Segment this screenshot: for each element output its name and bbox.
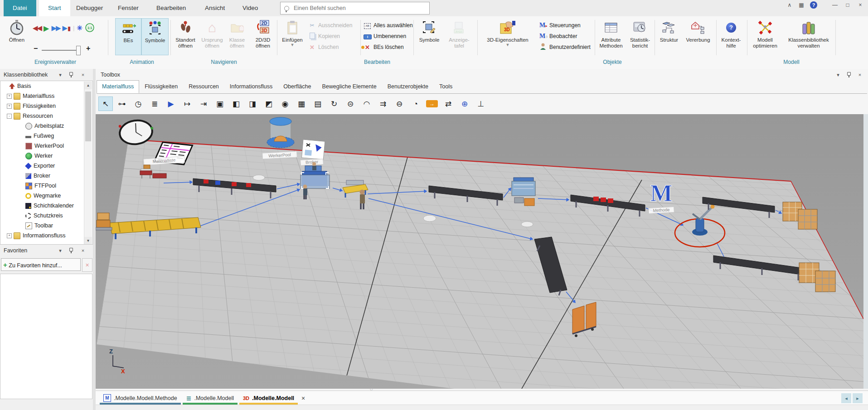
menu-datei[interactable]: Datei — [4, 0, 36, 16]
speed-slider-thumb[interactable] — [76, 46, 81, 55]
inheritance-button[interactable]: Vererbung — [684, 18, 713, 43]
open-location-button[interactable]: Standort öffnen — [172, 18, 199, 49]
scroll-thumb[interactable] — [85, 92, 91, 141]
speed-plus[interactable]: + — [86, 44, 90, 53]
paste-button[interactable]: Einfügen ▼ — [279, 18, 305, 47]
broker-placard[interactable]: Broker — [301, 140, 325, 165]
statistics-report-button[interactable]: Statistik-bericht — [626, 18, 654, 49]
controls-button[interactable]: M▸Steuerungen — [539, 20, 581, 31]
3d-properties-button[interactable]: 3D 3D-Eigenschaften ▼ — [480, 18, 536, 47]
dropdown-icon[interactable]: ▾ — [834, 69, 843, 81]
tree-expander[interactable]: + — [7, 94, 12, 99]
maximize-button[interactable]: □ — [842, 0, 853, 10]
tab-modelle-modell-2d[interactable]: ≣ .Modelle.Modell — [182, 391, 238, 405]
scroll-up-icon[interactable]: ▲ — [84, 82, 92, 89]
remove-favorite-button[interactable]: × — [82, 258, 92, 272]
debug-spider-icon[interactable]: ✳ — [77, 24, 82, 32]
userdefined-button[interactable]: Benutzerdefiniert — [539, 42, 591, 53]
tool-track[interactable]: ⇉ — [376, 96, 390, 111]
pin-icon[interactable] — [67, 245, 76, 256]
tree-item-schutzkreis[interactable]: Schutzkreis — [0, 211, 92, 221]
toolbox-tab-oberfl-che[interactable]: Oberfläche — [278, 80, 316, 93]
tree-item-werker[interactable]: Werker — [0, 151, 92, 161]
menu-video[interactable]: Video — [233, 0, 267, 16]
tab-nav-prev[interactable]: ◂ — [841, 393, 851, 403]
minimize-button[interactable]: — — [829, 0, 841, 10]
play-icon[interactable]: ▶ — [44, 24, 49, 33]
tool-turnplate[interactable]: ◔ — [408, 96, 423, 111]
tree-item-toolbar[interactable]: Toolbar — [0, 221, 92, 231]
toolbox-tab-bewegliche-elemente[interactable]: Bewegliche Elemente — [316, 80, 382, 93]
realtime-clock-icon[interactable]: 1:1 — [85, 23, 95, 34]
toolbox-tab-ressourcen[interactable]: Ressourcen — [183, 80, 224, 93]
panel-layout-icon[interactable]: ▦ — [795, 0, 807, 10]
tree-scrollbar[interactable]: ▲ ▼ — [84, 82, 92, 245]
tool-interface[interactable]: ≣ — [147, 96, 162, 111]
copy-button[interactable]: Kopieren — [308, 31, 340, 42]
tool-crossing[interactable]: ⊕ — [457, 96, 472, 111]
menu-bearbeiten[interactable]: Bearbeiten — [147, 0, 195, 16]
toolbox-tab-benutzerobjekte[interactable]: Benutzerobjekte — [382, 80, 434, 93]
tool-station[interactable]: ▣ — [213, 96, 227, 111]
structure-button[interactable]: Struktur — [655, 18, 683, 43]
close-tab-icon[interactable]: × — [299, 395, 308, 402]
open-origin-button[interactable]: ⌂ Ursprung öffnen — [199, 18, 225, 49]
attributes-methods-button[interactable]: Attribute Methoden — [596, 18, 626, 49]
tree-item-werkerpool[interactable]: WerkerPool — [0, 141, 92, 151]
tree-item-wegmarke[interactable]: Wegmarke — [0, 191, 92, 201]
tree-item-schichtkalender[interactable]: Schichtkalender — [0, 201, 92, 211]
tool-curve[interactable]: ◠ — [359, 96, 374, 111]
close-button[interactable]: × — [854, 0, 866, 10]
tab-nav-next[interactable]: ▸ — [853, 393, 863, 403]
dropdown-icon[interactable]: ▾ — [56, 69, 65, 81]
menu-fenster[interactable]: Fenster — [109, 0, 148, 16]
3d-viewport[interactable]: Materialliste WerkerPool Broker — [96, 114, 863, 389]
delete-button[interactable]: ✕Löschen — [308, 42, 339, 53]
tool-assembly-station[interactable]: ◨ — [245, 96, 260, 111]
tool-source[interactable]: ↦ — [180, 96, 194, 111]
viewport-scrollbar[interactable] — [863, 114, 868, 389]
pin-icon[interactable] — [67, 69, 76, 81]
edit-symbols-button[interactable]: Symbole — [415, 18, 443, 43]
tree-item-fu-weg[interactable]: Fußweg — [0, 131, 92, 141]
tool-parallel-station[interactable]: ◧ — [229, 96, 243, 111]
ribbon-collapse-icon[interactable]: ∧ — [784, 0, 795, 10]
tree-expander[interactable]: + — [7, 233, 12, 238]
rename-button[interactable]: IUmbenennen — [364, 31, 406, 42]
cut-button[interactable]: ✂Ausschneiden — [308, 20, 352, 31]
open-class-button[interactable]: Klasse öffnen — [225, 18, 249, 49]
tool-drain[interactable]: ⇥ — [196, 96, 211, 111]
tree-expander[interactable]: - — [7, 114, 12, 119]
menu-ansicht[interactable]: Ansicht — [196, 0, 234, 16]
tree-item-basis[interactable]: Basis — [0, 81, 92, 91]
reset-icon[interactable]: ◀◀ — [33, 24, 41, 32]
method-object[interactable]: M Methode — [649, 180, 674, 213]
tree-item-arbeitsplatz[interactable]: Arbeitsplatz — [0, 121, 92, 131]
toolbox-tab-materialfluss[interactable]: Materialfluss — [97, 80, 139, 93]
open-2d3d-button[interactable]: 2D3D 2D/3D öffnen — [250, 18, 276, 49]
tool-place-buffer[interactable]: ▦ — [294, 96, 309, 111]
tool-trigger[interactable]: ▶ — [164, 96, 178, 111]
toolbox-tab-fl-ssigkeiten[interactable]: Flüssigkeiten — [139, 80, 183, 93]
tab-modelle-modell-methode[interactable]: M .Modelle.Modell.Methode — [99, 391, 182, 405]
eventcontroller-open-button[interactable]: Öffnen — [4, 18, 30, 43]
close-panel-icon[interactable]: × — [78, 245, 87, 256]
tab-modelle-modell-3d[interactable]: 3D .Modelle.Modell — [238, 391, 299, 405]
help-icon[interactable]: ? — [810, 1, 817, 9]
tool-event-controller[interactable]: ◷ — [131, 96, 145, 111]
tool-turntable[interactable]: ⊖ — [392, 96, 407, 111]
fast-forward-icon[interactable]: ▶▶ — [51, 24, 60, 32]
tool-select-tool[interactable]: ↖ — [98, 96, 113, 111]
close-panel-icon[interactable]: × — [855, 69, 864, 81]
tree-item-fl-ssigkeiten[interactable]: + Flüssigkeiten — [0, 101, 92, 111]
speed-minus[interactable]: − — [34, 44, 38, 53]
search-input[interactable] — [293, 5, 408, 12]
tree-item-materialfluss[interactable]: + Materialfluss — [0, 91, 92, 101]
animate-mus-button[interactable]: BEs — [115, 18, 141, 55]
speed-slider-track[interactable] — [42, 50, 81, 51]
context-help-button[interactable]: ? Kontext-hilfe — [717, 18, 745, 49]
tool-flow-control[interactable]: ⊥ — [474, 96, 488, 111]
tool-transfer-station[interactable]: → — [426, 100, 438, 107]
display-panel-button[interactable]: A=10 Anzeige-tafel — [444, 18, 474, 49]
tool-cycle[interactable]: ↻ — [327, 96, 341, 111]
